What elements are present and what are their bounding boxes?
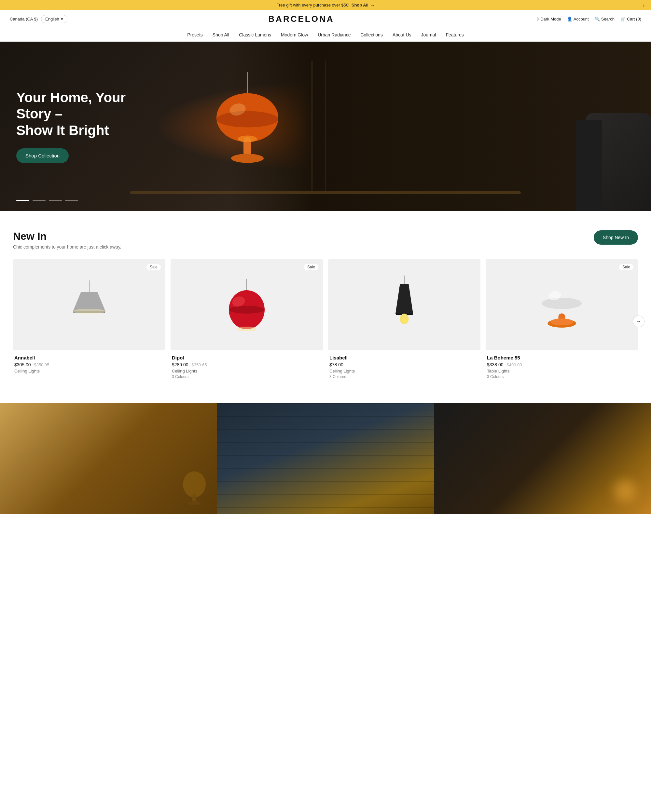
product-colors: 3 Colours [487, 374, 637, 379]
announcement-text: Free gift with every purchase over $50! [277, 3, 350, 8]
product-card-lisabell[interactable]: Lisabell $78.00 Ceiling Lights 3 Colours [328, 259, 480, 383]
language-selector[interactable]: English ▾ [41, 15, 67, 23]
sale-badge: Sale [147, 264, 161, 270]
svg-point-25 [550, 319, 573, 325]
nav-modern-glow[interactable]: Modern Glow [281, 32, 308, 37]
shop-new-in-button[interactable]: Shop New In [594, 230, 638, 245]
product-image-annabell: Sale [13, 259, 165, 350]
product-grid: Sale Annabell $305.00 $350.95 Ceiling [13, 259, 638, 383]
lamp-icon-dipol [226, 279, 268, 331]
promo-card-3[interactable] [434, 403, 651, 514]
promo-grid [0, 403, 651, 514]
product-image-dipol: Sale [171, 259, 323, 350]
product-info-dipol: Dipol $289.00 $350.65 Ceiling Lights 3 C… [171, 350, 323, 383]
nav-shop-all[interactable]: Shop All [212, 32, 229, 37]
main-nav: Presets Shop All Classic Lumens Modern G… [0, 28, 651, 42]
product-name: La Boheme 55 [487, 355, 637, 360]
lamp-icon-annabell [70, 279, 109, 331]
nav-urban-radiance[interactable]: Urban Radiance [318, 32, 351, 37]
product-colors: 3 Colours [329, 374, 479, 379]
svg-point-22 [542, 298, 582, 309]
cart-icon: 🛒 [620, 17, 626, 21]
account-button[interactable]: 👤 Account [567, 17, 589, 21]
announcement-link[interactable]: Shop All [351, 3, 368, 8]
product-price: $305.00 $350.95 [14, 362, 164, 367]
region-label: Canada (CA $) [10, 17, 38, 21]
section-header: New In Chic complements to your home are… [13, 230, 638, 250]
svg-point-27 [183, 472, 206, 498]
nav-presets[interactable]: Presets [187, 32, 202, 37]
dark-mode-label: Dark Mode [540, 17, 561, 21]
svg-point-6 [238, 136, 257, 142]
nav-collections[interactable]: Collections [360, 32, 382, 37]
product-card-boheme[interactable]: Sale La Boheme 55 $3 [486, 259, 638, 383]
product-info-boheme: La Boheme 55 $338.00 $490.00 Table Light… [486, 350, 638, 383]
product-name: Dipol [172, 355, 322, 360]
svg-rect-28 [193, 494, 196, 502]
svg-point-10 [73, 309, 105, 314]
shop-collection-button[interactable]: Shop Collection [16, 148, 69, 163]
hero-lamp-svg [205, 72, 290, 176]
product-category: Ceiling Lights [14, 369, 164, 374]
top-header: Canada (CA $) English ▾ BARCELONA ☽ Dark… [0, 10, 651, 28]
hero-content: Your Home, Your Story – Show It Bright S… [0, 70, 156, 183]
new-in-title: New In [13, 230, 121, 243]
svg-marker-8 [73, 292, 105, 311]
section-heading-group: New In Chic complements to your home are… [13, 230, 121, 250]
cart-button[interactable]: 🛒 Cart (0) [620, 17, 641, 21]
sale-badge: Sale [304, 264, 318, 270]
product-category: Table Lights [487, 369, 637, 374]
new-in-section: New In Chic complements to your home are… [0, 211, 651, 403]
hero-title: Your Home, Your Story – Show It Bright [16, 90, 140, 139]
dark-mode-toggle[interactable]: ☽ Dark Mode [535, 17, 561, 21]
product-name: Lisabell [329, 355, 479, 360]
product-category: Ceiling Lights [172, 369, 322, 374]
product-card-annabell[interactable]: Sale Annabell $305.00 $350.95 Ceiling [13, 259, 165, 383]
lamp-icon-boheme [539, 276, 585, 334]
product-card-dipol[interactable]: Sale Dipol $289.00 $350.65 Ceiling Li [171, 259, 323, 383]
announcement-bar: Free gift with every purchase over $50! … [0, 0, 651, 10]
chevron-down-icon: ▾ [61, 17, 63, 21]
svg-point-29 [188, 501, 201, 505]
product-name: Annabell [14, 355, 164, 360]
new-in-subtitle: Chic complements to your home are just a… [13, 244, 121, 250]
announcement-chevron[interactable]: › [643, 3, 645, 8]
nav-journal[interactable]: Journal [421, 32, 436, 37]
product-image-lisabell [328, 259, 480, 350]
svg-point-20 [401, 319, 407, 323]
product-info-annabell: Annabell $305.00 $350.95 Ceiling Lights [13, 350, 165, 379]
nav-about-us[interactable]: About Us [393, 32, 411, 37]
account-label: Account [573, 17, 589, 21]
header-left: Canada (CA $) English ▾ [10, 15, 67, 23]
grid-next-arrow[interactable]: → [633, 316, 645, 327]
cart-label: Cart (0) [627, 17, 641, 21]
announcement-arrow: → [370, 3, 374, 8]
product-image-boheme: Sale [486, 259, 638, 350]
product-colors: 3 Colours [172, 374, 322, 379]
hero-section: Your Home, Your Story – Show It Bright S… [0, 42, 651, 211]
product-category: Ceiling Lights [329, 369, 479, 374]
nav-classic-lumens[interactable]: Classic Lumens [239, 32, 271, 37]
site-logo[interactable]: BARCELONA [268, 14, 334, 24]
language-label: English [45, 17, 59, 21]
product-price: $78.00 [329, 362, 479, 367]
search-icon: 🔍 [595, 17, 600, 21]
user-icon: 👤 [567, 17, 572, 21]
svg-point-4 [231, 154, 264, 163]
product-price: $338.00 $490.00 [487, 362, 637, 367]
svg-point-2 [217, 111, 278, 128]
table-surface [130, 191, 521, 194]
search-button[interactable]: 🔍 Search [595, 17, 614, 21]
header-right: ☽ Dark Mode 👤 Account 🔍 Search 🛒 Cart (0… [535, 17, 641, 21]
moon-icon: ☽ [535, 17, 539, 21]
search-label: Search [601, 17, 614, 21]
sale-badge: Sale [619, 264, 633, 270]
promo-card-2[interactable] [217, 403, 434, 514]
promo-card-1[interactable] [0, 403, 217, 514]
product-price: $289.00 $350.65 [172, 362, 322, 367]
svg-marker-17 [396, 284, 413, 314]
nav-features[interactable]: Features [446, 32, 463, 37]
product-info-lisabell: Lisabell $78.00 Ceiling Lights 3 Colours [328, 350, 480, 383]
svg-point-13 [229, 306, 264, 314]
lamp-icon-lisabell [388, 276, 420, 334]
